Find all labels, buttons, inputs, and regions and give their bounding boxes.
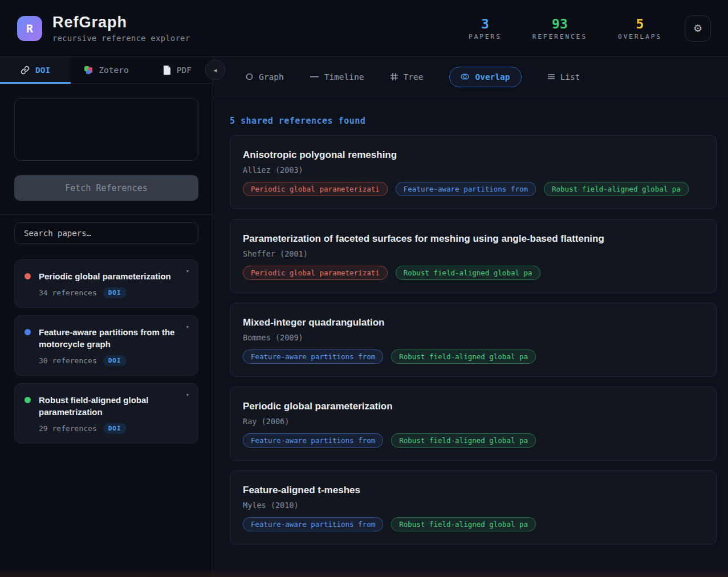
- chevron-down-icon[interactable]: ▾: [185, 267, 189, 275]
- doi-badge: DOI: [103, 287, 127, 298]
- source-tag: Robust field-aligned global pa: [391, 433, 536, 448]
- tab-overlap-label: Overlap: [475, 72, 510, 82]
- source-tag: Robust field-aligned global pa: [391, 350, 536, 364]
- source-tags: Feature-aware partitions from Robust fie…: [243, 350, 703, 364]
- tab-overlap[interactable]: Overlap: [449, 67, 521, 87]
- link-icon: [21, 66, 30, 75]
- sidebar: DOI Zotero PDF ◂ Fetch References: [0, 57, 213, 577]
- stat-references: 93 REFERENCES: [532, 17, 587, 40]
- stat-overlaps: 5 OVERLAPS: [618, 17, 662, 40]
- title-block: RefGraph recursive reference explorer: [52, 14, 190, 43]
- stat-overlaps-value: 5: [618, 17, 662, 31]
- paper-title: Periodic global parameterization: [39, 270, 171, 282]
- reference-author-year: Ray (2006): [243, 417, 703, 426]
- source-tag: Feature-aware partitions from: [396, 182, 536, 196]
- tab-list[interactable]: List: [548, 72, 580, 82]
- paper-color-dot: [25, 397, 31, 403]
- stat-references-value: 93: [532, 17, 587, 31]
- paper-info: Robust field-aligned global parametrizat…: [39, 394, 178, 434]
- gear-icon: ⚙: [693, 22, 702, 35]
- zotero-icon: [84, 66, 93, 75]
- tab-tree[interactable]: Tree: [391, 72, 424, 82]
- sidebar-tab-doi[interactable]: DOI: [0, 57, 71, 83]
- tab-graph-label: Graph: [259, 72, 284, 82]
- source-tag: Feature-aware partitions from: [243, 350, 383, 364]
- reference-author-year: Sheffer (2001): [243, 249, 703, 258]
- tab-timeline-label: Timeline: [324, 72, 364, 82]
- circle-icon: [246, 73, 253, 80]
- paper-ref-count: 34 references: [39, 288, 97, 297]
- source-tag: Feature-aware partitions from: [243, 433, 383, 448]
- paper-meta: 30 references DOI: [39, 355, 178, 366]
- reference-card: Parameterization of faceted surfaces for…: [230, 219, 717, 293]
- tab-list-label: List: [560, 72, 580, 82]
- paper-color-dot: [25, 273, 31, 279]
- source-tags: Periodic global parameterizati Feature-a…: [243, 182, 703, 196]
- paper-list-item[interactable]: Periodic global parameterization 34 refe…: [14, 259, 198, 308]
- search-input[interactable]: [14, 222, 198, 244]
- sidebar-tab-doi-label: DOI: [35, 66, 50, 75]
- paper-color-dot: [25, 329, 31, 335]
- collapse-arrow-icon: ◂: [213, 66, 217, 74]
- sidebar-tab-pdf[interactable]: PDF: [142, 57, 213, 83]
- reference-author-year: Alliez (2003): [243, 165, 703, 174]
- stat-references-label: REFERENCES: [532, 33, 587, 40]
- paper-list-item[interactable]: Robust field-aligned global parametrizat…: [14, 383, 198, 444]
- source-tag: Robust field-aligned global pa: [396, 266, 540, 280]
- doi-badge: DOI: [103, 423, 127, 434]
- source-tags: Feature-aware partitions from Robust fie…: [243, 433, 703, 448]
- source-tags: Periodic global parameterizati Robust fi…: [243, 266, 703, 280]
- stat-overlaps-label: OVERLAPS: [618, 33, 662, 40]
- doi-input[interactable]: [14, 98, 198, 161]
- paper-list-item[interactable]: Feature-aware partitions from the motorc…: [14, 315, 198, 376]
- main-panel: Graph Timeline Tree Overlap: [214, 57, 728, 577]
- paper-meta: 29 references DOI: [39, 423, 178, 434]
- chevron-down-icon[interactable]: ▾: [185, 323, 189, 331]
- sidebar-tab-zotero-label: Zotero: [99, 66, 128, 75]
- reference-card: Periodic global parameterization Ray (20…: [230, 387, 717, 461]
- tab-timeline[interactable]: Timeline: [310, 72, 364, 82]
- paper-info: Feature-aware partitions from the motorc…: [39, 326, 178, 366]
- fetch-references-button[interactable]: Fetch References: [14, 175, 198, 201]
- reference-author-year: Myles (2010): [243, 501, 703, 510]
- dash-icon: [310, 73, 319, 80]
- tab-tree-label: Tree: [404, 72, 424, 82]
- reference-title: Periodic global parameterization: [243, 401, 703, 412]
- sidebar-body: Fetch References Periodic global paramet…: [0, 84, 213, 458]
- reference-author-year: Bommes (2009): [243, 333, 703, 342]
- stat-papers: 3 PAPERS: [469, 17, 502, 40]
- paper-meta: 34 references DOI: [39, 287, 171, 298]
- reference-title: Anisotropic polygonal remeshing: [243, 149, 703, 161]
- app-tagline: recursive reference explorer: [52, 34, 190, 43]
- settings-button[interactable]: ⚙: [685, 15, 711, 42]
- paper-ref-count: 30 references: [39, 356, 97, 365]
- sidebar-tab-pdf-label: PDF: [177, 66, 192, 75]
- app-name: RefGraph: [52, 14, 190, 31]
- stat-papers-label: PAPERS: [469, 33, 502, 40]
- paper-list: Periodic global parameterization 34 refe…: [14, 259, 198, 444]
- header-stats: 3 PAPERS 93 REFERENCES 5 OVERLAPS: [469, 17, 662, 40]
- sidebar-tab-zotero[interactable]: Zotero: [71, 57, 141, 83]
- reference-title: Mixed-integer quadrangulation: [243, 317, 703, 328]
- source-tag: Feature-aware partitions from: [243, 517, 383, 531]
- source-tags: Feature-aware partitions from Robust fie…: [243, 517, 703, 531]
- source-tag: Periodic global parameterizati: [243, 182, 388, 196]
- logo-letter: R: [26, 22, 33, 35]
- source-tag: Periodic global parameterizati: [243, 266, 388, 280]
- chevron-down-icon[interactable]: ▾: [185, 391, 189, 399]
- paper-ref-count: 29 references: [39, 424, 97, 433]
- paper-title: Robust field-aligned global parametrizat…: [39, 394, 178, 418]
- sidebar-divider: [0, 214, 213, 215]
- pdf-icon: [163, 66, 171, 75]
- sidebar-collapse-button[interactable]: ◂: [205, 60, 225, 80]
- reference-title: Feature-aligned t-meshes: [243, 485, 703, 496]
- sidebar-tab-bar: DOI Zotero PDF: [0, 57, 213, 84]
- doi-badge: DOI: [103, 355, 127, 366]
- paper-info: Periodic global parameterization 34 refe…: [39, 270, 171, 298]
- paper-title: Feature-aware partitions from the motorc…: [39, 326, 178, 350]
- reference-card: Anisotropic polygonal remeshing Alliez (…: [230, 135, 717, 209]
- tab-graph[interactable]: Graph: [246, 72, 284, 82]
- reference-card: Feature-aligned t-meshes Myles (2010) Fe…: [230, 470, 717, 545]
- source-tag: Robust field-aligned global pa: [391, 517, 536, 531]
- app-header: R RefGraph recursive reference explorer …: [0, 0, 728, 57]
